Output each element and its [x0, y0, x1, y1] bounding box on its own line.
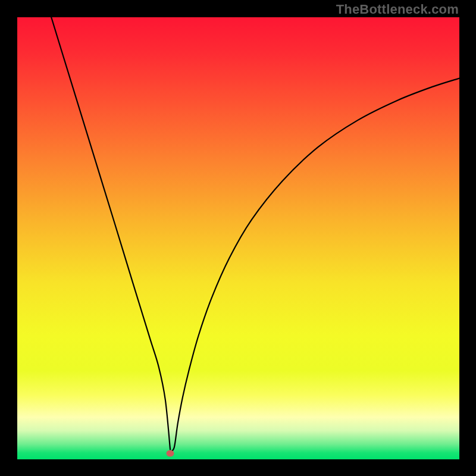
curve-left-branch	[51, 17, 170, 450]
chart-frame: TheBottleneck.com	[0, 0, 476, 476]
plot-area	[17, 17, 459, 459]
curve-layer	[17, 17, 459, 459]
curve-right-branch	[170, 79, 459, 452]
watermark-text: TheBottleneck.com	[336, 2, 459, 17]
optimum-marker-dot	[167, 450, 174, 456]
